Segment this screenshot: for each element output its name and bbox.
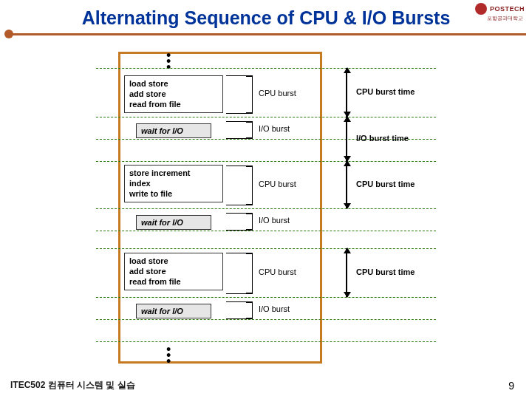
- code-line: read from file: [129, 277, 218, 287]
- slide-title: Alternating Sequence of CPU & I/O Bursts: [0, 0, 532, 33]
- io-wait-box: wait for I/O: [136, 304, 211, 318]
- burst-boundary-line: [96, 68, 436, 69]
- cpu-instruction-box: store incrementindexwrite to file: [124, 165, 223, 202]
- burst-boundary-line: [96, 319, 436, 320]
- code-line: index: [129, 179, 218, 189]
- duration-label: I/O burst time: [356, 134, 409, 143]
- page-number: 9: [508, 380, 514, 392]
- burst-boundary-line: [96, 231, 436, 231]
- code-line: load store: [129, 79, 218, 89]
- io-wait-box: wait for I/O: [136, 123, 211, 138]
- duration-label: CPU burst time: [356, 267, 415, 276]
- burst-bracket: [226, 253, 253, 294]
- code-line: add store: [129, 267, 218, 277]
- burst-bracket: [226, 166, 253, 205]
- burst-bracket: [226, 213, 253, 231]
- code-line: store increment: [129, 168, 218, 179]
- university-logo: POSTECH: [475, 3, 525, 15]
- cpu-instruction-box: load storeadd storeread from file: [124, 253, 223, 290]
- burst-bracket: [226, 75, 253, 114]
- logo-brand: POSTECH: [490, 5, 525, 13]
- cpu-instruction-box: load storeadd storeread from file: [124, 75, 223, 113]
- duration-arrow-icon: [346, 161, 347, 208]
- io-wait-box: wait for I/O: [136, 215, 211, 230]
- burst-boundary-line: [96, 341, 436, 342]
- course-code: ITEC502 컴퓨터 시스템 및 실습: [10, 379, 135, 392]
- diagram-stage: ••• load storeadd storeread from filewai…: [96, 43, 436, 368]
- ellipsis-bottom-icon: •••: [166, 347, 171, 364]
- code-line: load store: [129, 256, 218, 267]
- duration-arrow-icon: [346, 68, 347, 117]
- logo-badge-icon: [475, 3, 487, 15]
- code-line: wait for I/O: [141, 218, 206, 227]
- burst-boundary-line: [96, 248, 436, 249]
- burst-type-label: I/O burst: [259, 304, 290, 313]
- title-rule: [6, 33, 526, 35]
- code-line: read from file: [129, 100, 218, 110]
- ellipsis-top-icon: •••: [166, 53, 171, 69]
- burst-boundary-line: [96, 208, 436, 209]
- logo-subtext: 포항공과대학교: [487, 15, 523, 22]
- code-line: write to file: [129, 189, 218, 200]
- code-line: wait for I/O: [141, 126, 206, 135]
- burst-type-label: I/O burst: [259, 216, 290, 225]
- burst-boundary-line: [96, 297, 436, 298]
- duration-arrow-icon: [346, 248, 347, 297]
- burst-bracket: [226, 121, 253, 139]
- burst-type-label: CPU burst: [259, 89, 296, 98]
- code-line: add store: [129, 89, 218, 100]
- duration-arrow-icon: [346, 117, 347, 161]
- duration-label: CPU burst time: [356, 87, 415, 96]
- burst-type-label: CPU burst: [259, 267, 296, 276]
- burst-boundary-line: [96, 161, 436, 162]
- duration-label: CPU burst time: [356, 180, 415, 188]
- burst-bracket: [226, 301, 253, 319]
- burst-type-label: CPU burst: [259, 180, 296, 188]
- burst-type-label: I/O burst: [259, 124, 290, 133]
- code-line: wait for I/O: [141, 307, 206, 316]
- burst-boundary-line: [96, 117, 436, 117]
